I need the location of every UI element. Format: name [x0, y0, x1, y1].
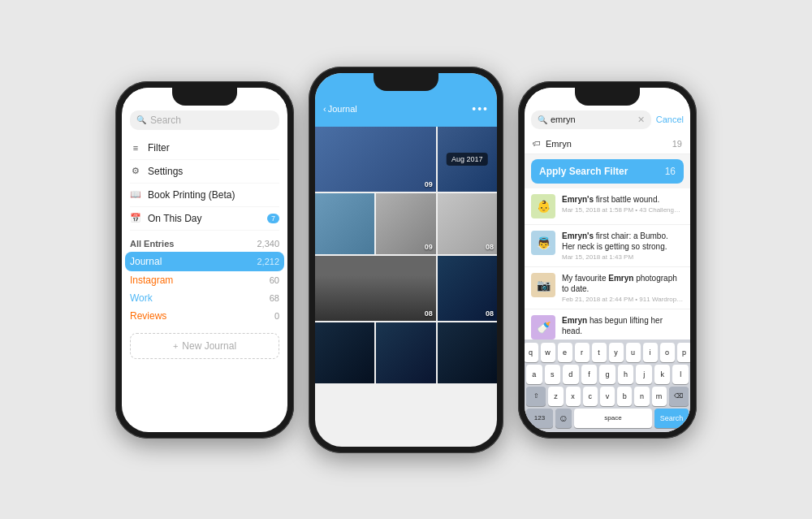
- grid-cell-10[interactable]: [438, 322, 497, 383]
- p3-search-input[interactable]: 🔍 emryn ✕: [531, 110, 651, 129]
- grid-cell-3[interactable]: [315, 193, 374, 254]
- menu-filter-label: Filter: [148, 142, 170, 154]
- grid-cell-1[interactable]: 09: [315, 127, 436, 192]
- kb-search-button[interactable]: Search: [654, 409, 689, 428]
- menu-item-book-printing[interactable]: 📖 Book Printing (Beta): [130, 184, 279, 207]
- kb-f[interactable]: f: [581, 365, 598, 384]
- search-icon: 🔍: [136, 115, 146, 124]
- journal-name-journal: Journal: [130, 256, 162, 267]
- p3-clear-button[interactable]: ✕: [637, 115, 645, 125]
- kb-a[interactable]: a: [526, 365, 542, 384]
- grid-cell-9[interactable]: [376, 322, 435, 383]
- result-meta-2: Mar 15, 2018 at 1:43 PM: [562, 253, 684, 261]
- kb-row-1: q w e r t y u i o p: [526, 343, 689, 362]
- kb-r[interactable]: r: [575, 343, 590, 362]
- kb-o[interactable]: o: [660, 343, 675, 362]
- p2-back-button[interactable]: ‹ Journal: [323, 104, 357, 114]
- kb-u[interactable]: u: [626, 343, 641, 362]
- kb-y[interactable]: y: [609, 343, 624, 362]
- result-item-2[interactable]: 👼 Emryn's first chair: a Bumbo.Her neck …: [525, 225, 690, 267]
- grid-cell-8[interactable]: [315, 322, 374, 383]
- p3-keyboard: q w e r t y u i o p a s d: [525, 340, 690, 432]
- p3-tag-name: Emryn: [546, 139, 572, 149]
- result-avatar-2: 👼: [531, 231, 555, 255]
- kb-k[interactable]: k: [654, 365, 671, 384]
- phone-2: 8:33 ‹ Journal ••• 09 Aug 2017: [309, 67, 503, 453]
- kb-h[interactable]: h: [618, 365, 634, 384]
- p1-menu-list: ≡ Filter ⚙ Settings 📖 Book Printing (Bet…: [122, 136, 287, 231]
- result-meta-1: Mar 15, 2018 at 1:58 PM • 43 Challenger …: [562, 206, 684, 214]
- journal-count-instagram: 60: [270, 275, 279, 285]
- kb-g[interactable]: g: [599, 365, 615, 384]
- p3-cancel-button[interactable]: Cancel: [656, 115, 684, 124]
- kb-delete[interactable]: ⌫: [669, 387, 689, 406]
- kb-p[interactable]: p: [677, 343, 691, 362]
- filter-icon: ≡: [130, 143, 141, 153]
- p3-tag-count: 19: [672, 139, 682, 149]
- grid-cell-4[interactable]: 09: [376, 193, 435, 254]
- journal-item-instagram[interactable]: Instagram 60: [130, 271, 279, 289]
- p1-search-placeholder: Search: [150, 115, 181, 126]
- kb-x[interactable]: x: [566, 387, 581, 406]
- grid-cell-2[interactable]: Aug 2017: [438, 127, 497, 192]
- grid-cell-7[interactable]: 08: [438, 256, 497, 321]
- kb-j[interactable]: j: [636, 365, 652, 384]
- phone2-screen: 8:33 ‹ Journal ••• 09 Aug 2017: [315, 73, 497, 447]
- plus-icon: +: [173, 341, 178, 351]
- grid-cell-5[interactable]: 08: [438, 193, 497, 254]
- menu-item-on-this-day[interactable]: 📅 On This Day 7: [130, 207, 279, 231]
- p3-search-value[interactable]: emryn: [551, 115, 634, 124]
- journal-name-reviews: Reviews: [130, 310, 166, 322]
- result-item-1[interactable]: 👶 Emryn's first battle wound. Mar 15, 20…: [525, 188, 690, 225]
- kb-c[interactable]: c: [583, 387, 598, 406]
- apply-search-filter-button[interactable]: Apply Search Filter 16: [531, 159, 684, 184]
- p2-header: ‹ Journal •••: [315, 91, 497, 127]
- phone3-screen: 🔍 emryn ✕ Cancel 🏷 Emryn 19 Apply Search…: [525, 88, 690, 432]
- kb-w[interactable]: w: [541, 343, 555, 362]
- journal-count-journal: 2,212: [257, 257, 279, 266]
- kb-num[interactable]: 123: [526, 409, 553, 428]
- p1-search-bar[interactable]: 🔍 Search: [130, 110, 279, 130]
- journal-item-work[interactable]: Work 68: [130, 289, 279, 307]
- kb-b[interactable]: b: [617, 387, 632, 406]
- result-title-2: Emryn's first chair: a Bumbo.Her neck is…: [562, 231, 684, 252]
- grid-month-1: 09: [425, 180, 433, 188]
- apply-filter-count: 16: [665, 166, 676, 177]
- kb-s[interactable]: s: [545, 365, 561, 384]
- journal-item-journal[interactable]: Journal 2,212: [125, 252, 284, 271]
- kb-n[interactable]: n: [634, 387, 649, 406]
- grid-cell-6[interactable]: 08: [315, 256, 436, 321]
- result-content-2: Emryn's first chair: a Bumbo.Her neck is…: [562, 231, 684, 261]
- settings-icon: ⚙: [130, 166, 141, 176]
- kb-shift[interactable]: ⇧: [526, 387, 546, 406]
- kb-q[interactable]: q: [525, 343, 538, 362]
- kb-i[interactable]: i: [643, 343, 658, 362]
- aug-overlay: Aug 2017: [447, 153, 488, 166]
- kb-space[interactable]: space: [574, 409, 652, 428]
- menu-item-filter[interactable]: ≡ Filter: [130, 136, 279, 160]
- result-content-1: Emryn's first battle wound. Mar 15, 2018…: [562, 194, 684, 214]
- kb-z[interactable]: z: [548, 387, 563, 406]
- result-content-4: Emryn has begun lifting her head. Feb 20…: [562, 315, 684, 340]
- p2-more-button[interactable]: •••: [472, 102, 489, 115]
- kb-l[interactable]: l: [672, 365, 689, 384]
- menu-onthisday-label: On This Day: [148, 213, 201, 224]
- kb-v[interactable]: v: [600, 387, 615, 406]
- notch-1: [172, 88, 237, 106]
- journal-item-reviews[interactable]: Reviews 0: [130, 307, 279, 325]
- result-item-4[interactable]: 🍼 Emryn has begun lifting her head. Feb …: [525, 309, 690, 340]
- kb-t[interactable]: t: [592, 343, 607, 362]
- new-journal-button[interactable]: + New Journal: [130, 333, 279, 359]
- kb-m[interactable]: m: [652, 387, 667, 406]
- kb-emoji[interactable]: ☺: [555, 409, 572, 428]
- kb-d[interactable]: d: [563, 365, 579, 384]
- p3-tag-row[interactable]: 🏷 Emryn 19: [525, 134, 690, 154]
- result-content-3: My favourite Emryn photograph to date. F…: [562, 273, 684, 303]
- kb-e[interactable]: e: [558, 343, 572, 362]
- p2-header-title: Journal: [328, 104, 357, 114]
- result-item-3[interactable]: 📷 My favourite Emryn photograph to date.…: [525, 267, 690, 309]
- on-this-day-badge: 7: [267, 214, 279, 223]
- tag-icon: 🏷: [533, 139, 541, 148]
- menu-item-settings[interactable]: ⚙ Settings: [130, 160, 279, 184]
- phone-3: 🔍 emryn ✕ Cancel 🏷 Emryn 19 Apply Search…: [518, 81, 697, 439]
